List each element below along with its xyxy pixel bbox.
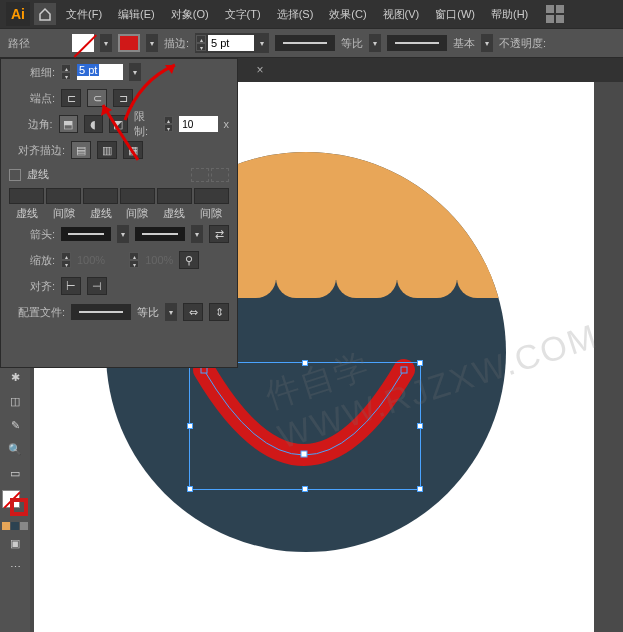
menu-window[interactable]: 窗口(W) bbox=[429, 3, 481, 26]
dash-align-icons[interactable] bbox=[191, 168, 229, 182]
arrow-start-dropdown[interactable] bbox=[117, 225, 129, 243]
cap-butt-icon[interactable]: ⊏ bbox=[61, 89, 81, 107]
profile-select-dropdown[interactable] bbox=[165, 303, 177, 321]
brush-dropdown[interactable] bbox=[481, 34, 493, 52]
corner-bevel-icon[interactable]: ◩ bbox=[109, 115, 128, 133]
align-center-icon[interactable]: ▤ bbox=[71, 141, 91, 159]
stroke-panel: 粗细: ▴▾ 5 pt 端点: ⊏ ⊂ ⊐ 边角: ⬒ ◖ ◩ 限制: ▴▾ 1… bbox=[0, 58, 238, 368]
stroke-weight-dropdown[interactable] bbox=[256, 34, 268, 52]
scale-label: 缩放: bbox=[9, 253, 55, 268]
align-inside-icon[interactable]: ▥ bbox=[97, 141, 117, 159]
corner-label: 边角: bbox=[9, 117, 53, 132]
profile-value: 等比 bbox=[137, 305, 159, 320]
brush-preview[interactable] bbox=[387, 35, 447, 51]
arrow-label: 箭头: bbox=[9, 227, 55, 242]
arrow-end-dropdown[interactable] bbox=[191, 225, 203, 243]
stroke-weight-field[interactable]: ▴▾ 5 pt bbox=[195, 33, 269, 53]
align-arrow-1-icon: ⊢ bbox=[61, 277, 81, 295]
stroke-dropdown[interactable] bbox=[146, 34, 158, 52]
selection-type-label: 路径 bbox=[8, 36, 30, 51]
cap-square-icon[interactable]: ⊐ bbox=[113, 89, 133, 107]
menu-help[interactable]: 帮助(H) bbox=[485, 3, 534, 26]
crop-tool-icon[interactable]: ◫ bbox=[2, 390, 28, 412]
limit-input[interactable]: 10 bbox=[179, 116, 217, 132]
corner-round-icon[interactable]: ◖ bbox=[84, 115, 103, 133]
menu-file[interactable]: 文件(F) bbox=[60, 3, 108, 26]
scale2-value: 100% bbox=[145, 254, 173, 266]
brush-basic-label: 基本 bbox=[453, 36, 475, 51]
flip-x-icon[interactable]: ⇔ bbox=[183, 303, 203, 321]
menu-edit[interactable]: 编辑(E) bbox=[112, 3, 161, 26]
weight-dropdown[interactable] bbox=[129, 63, 141, 81]
dash-label: 虚线 bbox=[27, 167, 49, 182]
menu-text[interactable]: 文字(T) bbox=[219, 3, 267, 26]
flip-y-icon[interactable]: ⇕ bbox=[209, 303, 229, 321]
weight-input[interactable]: 5 pt bbox=[77, 64, 123, 80]
weight-label: 粗细: bbox=[9, 65, 55, 80]
arrow-swap-icon[interactable]: ⇄ bbox=[209, 225, 229, 243]
fill-dropdown[interactable] bbox=[100, 34, 112, 52]
stroke-swatch[interactable] bbox=[118, 34, 140, 52]
scale-link-icon: ⚲ bbox=[179, 251, 199, 269]
align-arrow-2-icon: ⊣ bbox=[87, 277, 107, 295]
scale1-value: 100% bbox=[77, 254, 105, 266]
limit-x: x bbox=[224, 118, 230, 130]
dash-column-labels: 虚线间隙虚线间隙虚线间隙 bbox=[1, 206, 237, 221]
menu-view[interactable]: 视图(V) bbox=[377, 3, 426, 26]
profile-dropdown[interactable] bbox=[369, 34, 381, 52]
edit-toolbar-icon[interactable]: ⋯ bbox=[2, 556, 28, 578]
opacity-label: 不透明度: bbox=[499, 36, 546, 51]
dash-checkbox[interactable] bbox=[9, 169, 21, 181]
align-outside-icon[interactable]: ▦ bbox=[123, 141, 143, 159]
zoom-tool-icon[interactable]: 🔍 bbox=[2, 438, 28, 460]
fill-stroke-indicator[interactable] bbox=[2, 490, 28, 516]
limit-label: 限制: bbox=[134, 109, 158, 139]
arrow-end[interactable] bbox=[135, 227, 185, 241]
spray-tool-icon[interactable]: ✱ bbox=[2, 366, 28, 388]
app-logo: Ai bbox=[6, 2, 30, 26]
stroke-weight-value[interactable]: 5 pt bbox=[208, 35, 254, 51]
weight-stepper[interactable]: ▴▾ bbox=[61, 64, 71, 80]
dash-inputs[interactable] bbox=[1, 186, 237, 206]
align-stroke-label: 对齐描边: bbox=[9, 143, 65, 158]
scale1-stepper: ▴▾ bbox=[61, 252, 71, 268]
color-mode-row[interactable] bbox=[2, 522, 28, 530]
artboard-tool-icon[interactable]: ▭ bbox=[2, 462, 28, 484]
menu-select[interactable]: 选择(S) bbox=[271, 3, 320, 26]
screen-mode-icon[interactable]: ▣ bbox=[2, 532, 28, 554]
scale2-stepper: ▴▾ bbox=[129, 252, 139, 268]
cap-label: 端点: bbox=[9, 91, 55, 106]
profile-label: 配置文件: bbox=[9, 305, 65, 320]
home-icon[interactable] bbox=[34, 3, 56, 25]
menubar: Ai 文件(F) 编辑(E) 对象(O) 文字(T) 选择(S) 效果(C) 视… bbox=[0, 0, 623, 28]
profile-ratio-label: 等比 bbox=[341, 36, 363, 51]
fill-swatch[interactable] bbox=[72, 34, 94, 52]
align-arrow-label: 对齐: bbox=[9, 279, 55, 294]
corner-miter-icon[interactable]: ⬒ bbox=[59, 115, 78, 133]
menu-effect[interactable]: 效果(C) bbox=[323, 3, 372, 26]
tab-close-icon[interactable]: × bbox=[248, 58, 272, 82]
eyedropper-tool-icon[interactable]: ✎ bbox=[2, 414, 28, 436]
profile-preview[interactable] bbox=[275, 35, 335, 51]
profile-select[interactable] bbox=[71, 304, 131, 320]
workspace-switcher-icon[interactable] bbox=[546, 5, 564, 23]
stroke-label: 描边: bbox=[164, 36, 189, 51]
control-bar: 路径 描边: ▴▾ 5 pt 等比 基本 不透明度: bbox=[0, 28, 623, 58]
menu-object[interactable]: 对象(O) bbox=[165, 3, 215, 26]
arrow-start[interactable] bbox=[61, 227, 111, 241]
cap-round-icon[interactable]: ⊂ bbox=[87, 89, 107, 107]
limit-stepper[interactable]: ▴▾ bbox=[164, 116, 174, 132]
